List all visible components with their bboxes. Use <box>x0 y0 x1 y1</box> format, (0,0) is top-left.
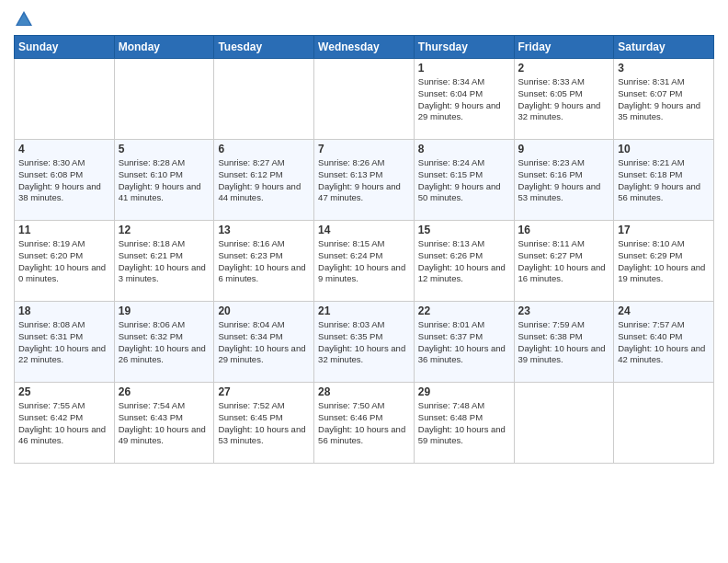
day-cell: 6Sunrise: 8:27 AM Sunset: 6:12 PM Daylig… <box>214 140 314 221</box>
day-number: 18 <box>18 304 110 317</box>
day-info: Sunrise: 8:06 AM Sunset: 6:32 PM Dayligh… <box>119 319 210 366</box>
day-cell: 3Sunrise: 8:31 AM Sunset: 6:07 PM Daylig… <box>614 59 714 140</box>
day-number: 11 <box>18 224 110 236</box>
day-cell <box>214 59 314 140</box>
day-info: Sunrise: 8:19 AM Sunset: 6:20 PM Dayligh… <box>18 238 110 285</box>
day-info: Sunrise: 8:11 AM Sunset: 6:27 PM Dayligh… <box>518 238 610 285</box>
day-cell: 12Sunrise: 8:18 AM Sunset: 6:21 PM Dayli… <box>114 221 214 302</box>
week-row-2: 4Sunrise: 8:30 AM Sunset: 6:08 PM Daylig… <box>15 140 714 221</box>
day-info: Sunrise: 8:08 AM Sunset: 6:31 PM Dayligh… <box>18 319 110 366</box>
day-number: 28 <box>318 385 410 398</box>
day-cell: 1Sunrise: 8:34 AM Sunset: 6:04 PM Daylig… <box>414 59 514 140</box>
day-cell: 26Sunrise: 7:54 AM Sunset: 6:43 PM Dayli… <box>114 383 214 464</box>
day-info: Sunrise: 8:04 AM Sunset: 6:34 PM Dayligh… <box>218 319 310 366</box>
calendar-table: SundayMondayTuesdayWednesdayThursdayFrid… <box>14 35 714 464</box>
day-info: Sunrise: 7:57 AM Sunset: 6:40 PM Dayligh… <box>618 319 710 366</box>
day-cell: 13Sunrise: 8:16 AM Sunset: 6:23 PM Dayli… <box>214 221 314 302</box>
day-cell: 17Sunrise: 8:10 AM Sunset: 6:29 PM Dayli… <box>614 221 714 302</box>
day-number: 16 <box>518 224 610 236</box>
day-number: 24 <box>618 304 710 317</box>
day-cell <box>15 59 115 140</box>
day-info: Sunrise: 8:15 AM Sunset: 6:24 PM Dayligh… <box>318 238 410 285</box>
day-info: Sunrise: 7:50 AM Sunset: 6:46 PM Dayligh… <box>318 400 410 447</box>
day-number: 22 <box>418 304 510 317</box>
day-cell <box>514 383 614 464</box>
day-header-sunday: Sunday <box>15 36 115 59</box>
header-row: SundayMondayTuesdayWednesdayThursdayFrid… <box>15 36 714 59</box>
day-cell: 18Sunrise: 8:08 AM Sunset: 6:31 PM Dayli… <box>15 302 115 383</box>
day-cell: 20Sunrise: 8:04 AM Sunset: 6:34 PM Dayli… <box>214 302 314 383</box>
day-cell: 4Sunrise: 8:30 AM Sunset: 6:08 PM Daylig… <box>15 140 115 221</box>
day-number: 5 <box>119 143 210 155</box>
day-number: 21 <box>318 304 410 317</box>
day-header-monday: Monday <box>114 36 214 59</box>
day-header-friday: Friday <box>514 36 614 59</box>
day-number: 20 <box>218 304 310 317</box>
day-cell <box>114 59 214 140</box>
day-number: 19 <box>119 304 210 317</box>
day-number: 1 <box>418 62 510 75</box>
day-cell: 21Sunrise: 8:03 AM Sunset: 6:35 PM Dayli… <box>314 302 415 383</box>
day-cell: 2Sunrise: 8:33 AM Sunset: 6:05 PM Daylig… <box>514 59 614 140</box>
day-number: 26 <box>119 385 210 398</box>
day-cell: 25Sunrise: 7:55 AM Sunset: 6:42 PM Dayli… <box>15 383 115 464</box>
day-number: 23 <box>518 304 610 317</box>
day-cell: 10Sunrise: 8:21 AM Sunset: 6:18 PM Dayli… <box>614 140 714 221</box>
day-number: 7 <box>318 143 410 155</box>
day-number: 27 <box>218 385 310 398</box>
day-cell: 23Sunrise: 7:59 AM Sunset: 6:38 PM Dayli… <box>514 302 614 383</box>
day-number: 4 <box>18 143 110 155</box>
day-number: 2 <box>518 62 610 75</box>
week-row-1: 1Sunrise: 8:34 AM Sunset: 6:04 PM Daylig… <box>15 59 714 140</box>
week-row-5: 25Sunrise: 7:55 AM Sunset: 6:42 PM Dayli… <box>15 383 714 464</box>
day-number: 12 <box>119 224 210 236</box>
day-number: 15 <box>418 224 510 236</box>
day-cell: 28Sunrise: 7:50 AM Sunset: 6:46 PM Dayli… <box>314 383 415 464</box>
day-cell: 19Sunrise: 8:06 AM Sunset: 6:32 PM Dayli… <box>114 302 214 383</box>
day-cell: 15Sunrise: 8:13 AM Sunset: 6:26 PM Dayli… <box>414 221 514 302</box>
logo-icon <box>14 9 34 29</box>
day-cell: 16Sunrise: 8:11 AM Sunset: 6:27 PM Dayli… <box>514 221 614 302</box>
week-row-3: 11Sunrise: 8:19 AM Sunset: 6:20 PM Dayli… <box>15 221 714 302</box>
day-cell: 9Sunrise: 8:23 AM Sunset: 6:16 PM Daylig… <box>514 140 614 221</box>
day-number: 29 <box>418 385 510 398</box>
day-info: Sunrise: 8:10 AM Sunset: 6:29 PM Dayligh… <box>618 238 710 285</box>
day-info: Sunrise: 8:13 AM Sunset: 6:26 PM Dayligh… <box>418 238 510 285</box>
day-info: Sunrise: 8:33 AM Sunset: 6:05 PM Dayligh… <box>518 76 610 123</box>
day-cell: 8Sunrise: 8:24 AM Sunset: 6:15 PM Daylig… <box>414 140 514 221</box>
day-info: Sunrise: 8:24 AM Sunset: 6:15 PM Dayligh… <box>418 157 510 204</box>
day-cell: 5Sunrise: 8:28 AM Sunset: 6:10 PM Daylig… <box>114 140 214 221</box>
day-cell: 24Sunrise: 7:57 AM Sunset: 6:40 PM Dayli… <box>614 302 714 383</box>
day-info: Sunrise: 7:48 AM Sunset: 6:48 PM Dayligh… <box>418 400 510 447</box>
day-info: Sunrise: 8:30 AM Sunset: 6:08 PM Dayligh… <box>18 157 110 204</box>
day-number: 13 <box>218 224 310 236</box>
day-number: 6 <box>218 143 310 155</box>
header <box>14 9 714 29</box>
day-info: Sunrise: 8:27 AM Sunset: 6:12 PM Dayligh… <box>218 157 310 204</box>
day-number: 9 <box>518 143 610 155</box>
day-number: 25 <box>18 385 110 398</box>
day-info: Sunrise: 8:34 AM Sunset: 6:04 PM Dayligh… <box>418 76 510 123</box>
day-info: Sunrise: 8:21 AM Sunset: 6:18 PM Dayligh… <box>618 157 710 204</box>
day-info: Sunrise: 8:28 AM Sunset: 6:10 PM Dayligh… <box>119 157 210 204</box>
day-header-thursday: Thursday <box>414 36 514 59</box>
day-cell: 14Sunrise: 8:15 AM Sunset: 6:24 PM Dayli… <box>314 221 415 302</box>
day-info: Sunrise: 8:31 AM Sunset: 6:07 PM Dayligh… <box>618 76 710 123</box>
day-cell <box>614 383 714 464</box>
week-row-4: 18Sunrise: 8:08 AM Sunset: 6:31 PM Dayli… <box>15 302 714 383</box>
day-cell: 29Sunrise: 7:48 AM Sunset: 6:48 PM Dayli… <box>414 383 514 464</box>
day-header-wednesday: Wednesday <box>314 36 415 59</box>
day-info: Sunrise: 8:23 AM Sunset: 6:16 PM Dayligh… <box>518 157 610 204</box>
day-info: Sunrise: 7:59 AM Sunset: 6:38 PM Dayligh… <box>518 319 610 366</box>
day-info: Sunrise: 8:18 AM Sunset: 6:21 PM Dayligh… <box>119 238 210 285</box>
day-number: 14 <box>318 224 410 236</box>
day-number: 10 <box>618 143 710 155</box>
day-info: Sunrise: 8:16 AM Sunset: 6:23 PM Dayligh… <box>218 238 310 285</box>
day-info: Sunrise: 8:26 AM Sunset: 6:13 PM Dayligh… <box>318 157 410 204</box>
day-cell <box>314 59 415 140</box>
day-header-saturday: Saturday <box>614 36 714 59</box>
day-number: 17 <box>618 224 710 236</box>
day-info: Sunrise: 8:01 AM Sunset: 6:37 PM Dayligh… <box>418 319 510 366</box>
day-cell: 7Sunrise: 8:26 AM Sunset: 6:13 PM Daylig… <box>314 140 415 221</box>
day-cell: 22Sunrise: 8:01 AM Sunset: 6:37 PM Dayli… <box>414 302 514 383</box>
